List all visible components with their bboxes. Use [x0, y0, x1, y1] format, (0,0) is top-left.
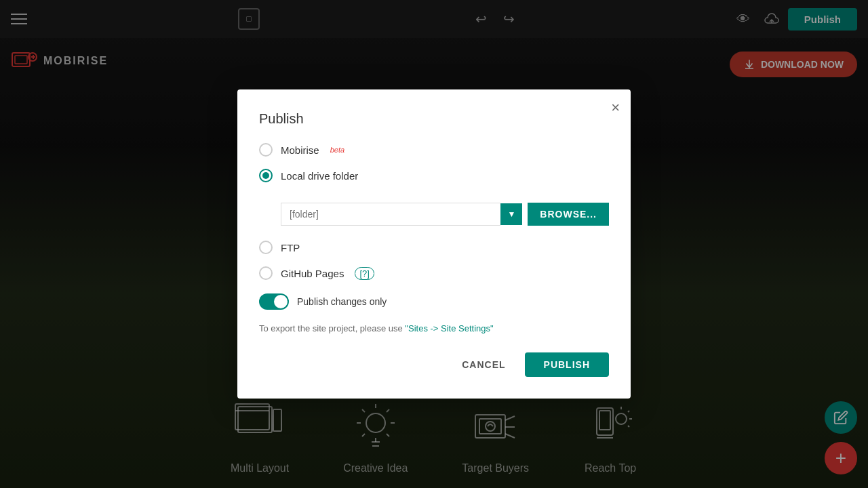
- folder-input[interactable]: [281, 203, 500, 226]
- site-settings-link[interactable]: "Sites -> Site Settings": [405, 323, 493, 333]
- folder-row: ▼ BROWSE...: [281, 203, 609, 226]
- export-note: To export the site project, please use "…: [259, 323, 609, 333]
- option-mobirise-label: Mobirise: [281, 144, 319, 156]
- folder-dropdown-button[interactable]: ▼: [500, 203, 522, 225]
- radio-ftp: [259, 241, 273, 254]
- modal-overlay: Publish × Mobirise beta Local drive fold…: [0, 0, 868, 488]
- publish-modal: Publish × Mobirise beta Local drive fold…: [237, 89, 631, 399]
- github-help-link[interactable]: [?]: [355, 267, 374, 280]
- option-github-label: GitHub Pages: [281, 268, 344, 279]
- publish-changes-toggle[interactable]: [259, 293, 289, 310]
- toggle-thumb: [274, 295, 288, 308]
- option-local-label: Local drive folder: [281, 170, 358, 182]
- radio-mobirise: [259, 143, 273, 157]
- option-local[interactable]: Local drive folder: [259, 169, 609, 182]
- option-ftp[interactable]: FTP: [259, 241, 609, 254]
- publish-options: Mobirise beta Local drive folder ▼ BROWS…: [259, 143, 609, 280]
- beta-badge: beta: [330, 146, 344, 154]
- radio-local: [259, 169, 273, 182]
- modal-title: Publish: [259, 111, 609, 127]
- option-mobirise[interactable]: Mobirise beta: [259, 143, 609, 157]
- toggle-label: Publish changes only: [297, 296, 387, 307]
- toggle-row: Publish changes only: [259, 293, 609, 310]
- browse-button[interactable]: BROWSE...: [528, 203, 609, 226]
- option-ftp-label: FTP: [281, 242, 300, 253]
- option-github[interactable]: GitHub Pages [?]: [259, 266, 609, 280]
- modal-footer: CANCEL PUBLISH: [259, 352, 609, 377]
- cancel-button[interactable]: CANCEL: [451, 352, 516, 377]
- publish-modal-button[interactable]: PUBLISH: [525, 352, 609, 377]
- modal-close-button[interactable]: ×: [611, 100, 620, 115]
- radio-github: [259, 266, 273, 280]
